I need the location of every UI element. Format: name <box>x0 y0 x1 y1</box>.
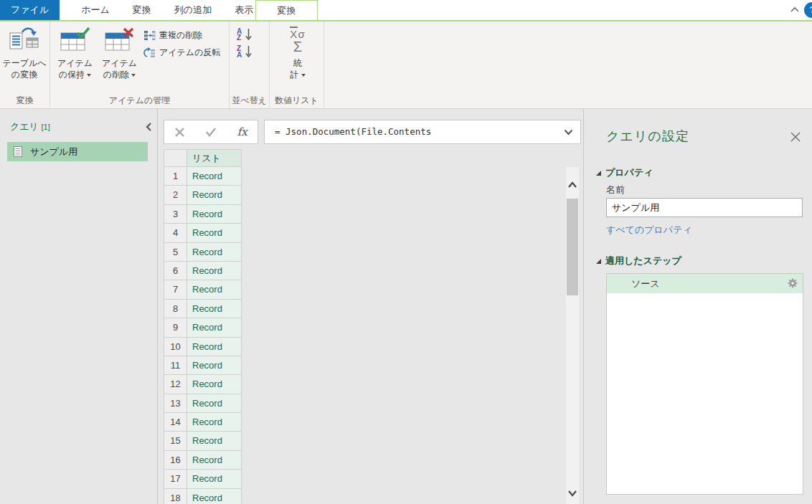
record-link[interactable]: Record <box>187 338 242 356</box>
record-link[interactable]: Record <box>187 413 242 432</box>
remove-items-icon <box>104 24 136 57</box>
sort-ascending-button[interactable]: A Z <box>237 27 252 42</box>
row-number: 14 <box>164 413 187 432</box>
formula-bar-buttons: fx <box>164 120 258 144</box>
row-number: 4 <box>164 224 187 242</box>
formula-input[interactable]: = Json.Document(File.Contents <box>264 120 581 144</box>
row-number: 12 <box>164 375 187 394</box>
tab-strip: ホーム変換列の追加表示 <box>60 0 265 20</box>
convert-to-table-button[interactable]: テーブルへ の変換 <box>1 24 47 80</box>
record-link[interactable]: Record <box>187 224 242 242</box>
query-list-item[interactable]: サンプル用 <box>7 142 148 161</box>
row-number: 1 <box>164 167 187 186</box>
dropdown-arrow-icon <box>301 74 306 77</box>
group-label: 並べ替え <box>230 95 269 107</box>
table-row: 7 Record <box>164 280 242 299</box>
remove-duplicates-label: 重複の削除 <box>159 29 202 42</box>
remove-duplicates-button[interactable]: 重複の削除 <box>143 28 202 42</box>
query-name-field[interactable] <box>606 198 803 217</box>
query-list-icon <box>14 146 22 157</box>
grid-header-row: リスト <box>164 149 242 167</box>
arrow-down-icon <box>245 28 252 42</box>
applied-steps-section-header[interactable]: 適用したステップ <box>596 255 681 267</box>
record-link[interactable]: Record <box>187 167 242 186</box>
remove-duplicates-icon <box>143 30 156 41</box>
table-row: 12 Record <box>164 375 242 394</box>
queries-pane-header: クエリ [1] <box>10 120 50 133</box>
row-number: 8 <box>164 300 187 318</box>
scrollbar-thumb[interactable] <box>567 199 578 295</box>
sort-descending-button[interactable]: Z A <box>237 44 252 59</box>
sidebar-divider[interactable] <box>157 109 158 504</box>
table-row: 4 Record <box>164 224 242 242</box>
table-row: 9 Record <box>164 318 242 337</box>
row-number: 11 <box>164 356 187 375</box>
ribbon-tab[interactable]: 変換 <box>121 0 163 20</box>
ribbon-tab[interactable]: 列の追加 <box>163 0 223 20</box>
properties-section-header[interactable]: プロパティ <box>596 166 653 179</box>
table-row: 16 Record <box>164 451 242 470</box>
record-link[interactable]: Record <box>187 470 242 488</box>
record-link[interactable]: Record <box>187 186 242 204</box>
button-label-line1: アイテム <box>57 57 93 69</box>
data-preview-grid: リスト 1 Record 2 Record 3 Record 4 Record <box>164 149 242 504</box>
table-row: 15 Record <box>164 432 242 450</box>
record-link[interactable]: Record <box>187 356 242 375</box>
row-number: 13 <box>164 394 187 413</box>
record-link[interactable]: Record <box>187 300 242 318</box>
record-link[interactable]: Record <box>187 489 242 504</box>
cancel-icon[interactable] <box>174 127 185 138</box>
row-number: 7 <box>164 280 187 299</box>
button-label-line1: テーブルへ <box>2 57 46 69</box>
statistics-button[interactable]: Xσ Σ 統 計 <box>274 24 321 80</box>
table-row: 13 Record <box>164 394 242 413</box>
record-link[interactable]: Record <box>187 280 242 299</box>
scroll-down-button[interactable] <box>566 487 579 500</box>
button-label-line2: の変換 <box>11 69 37 80</box>
record-link[interactable]: Record <box>187 243 242 262</box>
row-number: 9 <box>164 318 187 337</box>
tab-contextual-transform[interactable]: 変換 <box>255 0 318 20</box>
query-count-badge: [1] <box>42 123 50 131</box>
confirm-icon[interactable] <box>205 127 217 137</box>
record-link[interactable]: Record <box>187 375 242 394</box>
collapse-ribbon-button[interactable] <box>788 4 802 16</box>
settings-panel-divider[interactable] <box>583 109 584 504</box>
sort-ascending-icon: A Z <box>237 28 242 41</box>
remove-items-button[interactable]: アイテム の削除 <box>98 24 141 80</box>
button-label-line2: の保持 <box>59 70 85 80</box>
step-item-source[interactable]: ソース <box>607 274 803 293</box>
step-label: ソース <box>631 277 660 290</box>
tab-file[interactable]: ファイル <box>0 0 60 20</box>
name-label: 名前 <box>606 184 625 196</box>
reverse-items-button[interactable]: アイテムの反転 <box>143 45 220 60</box>
fx-button[interactable]: fx <box>237 125 247 138</box>
table-row: 3 Record <box>164 205 242 224</box>
table-row: 14 Record <box>164 413 242 432</box>
vertical-scrollbar[interactable] <box>566 167 579 504</box>
close-settings-button[interactable] <box>790 131 801 143</box>
convert-to-table-icon <box>8 24 41 57</box>
table-row: 5 Record <box>164 243 242 262</box>
ribbon-tab[interactable]: ホーム <box>70 0 121 20</box>
record-link[interactable]: Record <box>187 318 242 337</box>
ribbon-tab-bar: ファイル ホーム変換列の追加表示 <box>0 0 812 20</box>
column-header-list[interactable]: リスト <box>187 149 242 167</box>
keep-items-button[interactable]: アイテム の保持 <box>53 24 97 80</box>
collapse-queries-pane-button[interactable] <box>144 122 154 132</box>
record-link[interactable]: Record <box>187 262 242 280</box>
record-link[interactable]: Record <box>187 432 242 450</box>
gear-icon[interactable] <box>788 278 798 288</box>
query-name: サンプル用 <box>30 146 77 158</box>
scroll-up-button[interactable] <box>566 179 579 191</box>
record-link[interactable]: Record <box>187 205 242 224</box>
formula-expand-icon[interactable] <box>564 129 573 135</box>
row-number: 16 <box>164 451 187 470</box>
row-number-header <box>164 149 187 167</box>
row-number: 15 <box>164 432 187 450</box>
record-link[interactable]: Record <box>187 451 242 470</box>
arrow-down-icon <box>245 45 252 59</box>
button-label-line2: 計 <box>291 70 299 80</box>
all-properties-link[interactable]: すべてのプロパティ <box>606 224 692 237</box>
record-link[interactable]: Record <box>187 394 242 413</box>
